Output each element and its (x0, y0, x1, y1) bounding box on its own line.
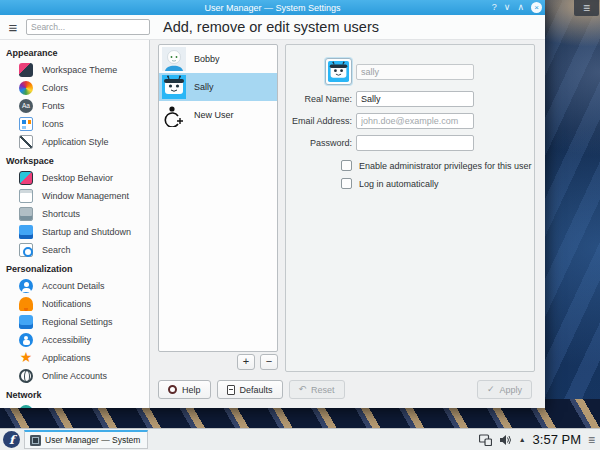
apply-button: ✓Apply (477, 380, 532, 399)
main-panel: Bobby Sally (150, 40, 545, 408)
notifications-icon (19, 297, 33, 311)
maximize-button[interactable]: ∧ (517, 3, 524, 12)
sidebar-item-shortcuts[interactable]: Shortcuts (0, 205, 149, 223)
section-network: Network (0, 385, 149, 403)
online-accounts-icon (19, 369, 33, 383)
taskbar-task-user-manager[interactable]: User Manager — System Se... (24, 430, 148, 449)
startup-shutdown-icon (19, 225, 33, 239)
user-list: Bobby Sally (158, 44, 278, 352)
admin-privileges-row: Enable administrator privileges for this… (341, 160, 534, 171)
topbar: ≡ Add, remove or edit system users (0, 15, 545, 40)
user-row-new-user[interactable]: New User (159, 101, 277, 129)
connections-icon (19, 405, 33, 408)
sidebar-item-icons[interactable]: Icons (0, 115, 149, 133)
sidebar-item-search[interactable]: Search (0, 241, 149, 259)
user-row-sally[interactable]: Sally (159, 73, 277, 101)
real-name-label: Real Name: (286, 94, 356, 104)
desktop: ≡ User Manager — System Settings ? ∨ ∧ ×… (0, 0, 600, 450)
help-window-button[interactable]: ? (492, 3, 497, 12)
real-name-field[interactable] (356, 91, 474, 107)
user-manager-window: User Manager — System Settings ? ∨ ∧ × ≡… (0, 0, 545, 408)
sidebar-item-applications[interactable]: Applications (0, 349, 149, 367)
user-manager-task-icon (30, 435, 41, 446)
defaults-icon (227, 385, 235, 395)
section-workspace: Workspace (0, 151, 149, 169)
sidebar-item-window-management[interactable]: Window Management (0, 187, 149, 205)
hamburger-icon: ≡ (583, 2, 590, 14)
titlebar[interactable]: User Manager — System Settings ? ∨ ∧ × (0, 0, 545, 15)
system-tray: ▲ 3:57 PM ≡ (479, 432, 597, 447)
password-field[interactable] (356, 135, 474, 151)
add-user-button[interactable]: + (237, 354, 255, 370)
volume-icon[interactable] (499, 434, 512, 446)
desktop-behavior-icon (19, 171, 33, 185)
username-field (356, 64, 474, 80)
email-field[interactable] (356, 113, 474, 129)
defaults-button[interactable]: Defaults (217, 380, 283, 399)
password-label: Password: (286, 138, 356, 148)
clock[interactable]: 3:57 PM (533, 432, 581, 447)
window-title: User Manager — System Settings (204, 3, 340, 13)
sidebar-item-regional-settings[interactable]: Regional Settings (0, 313, 149, 331)
colors-icon (19, 81, 33, 95)
workspace-theme-icon (19, 63, 33, 77)
sidebar-item-desktop-behavior[interactable]: Desktop Behavior (0, 169, 149, 187)
help-button[interactable]: Help (158, 380, 211, 399)
auto-login-checkbox[interactable] (341, 178, 352, 189)
bobby-avatar (162, 47, 186, 71)
sidebar-item-startup-and-shutdown[interactable]: Startup and Shutdown (0, 223, 149, 241)
icons-icon (19, 117, 33, 131)
user-details-form: Real Name: Email Address: Password: Enab… (285, 44, 535, 372)
check-icon: ✓ (487, 385, 495, 394)
user-row-bobby[interactable]: Bobby (159, 45, 277, 73)
sidebar-item-notifications[interactable]: Notifications (0, 295, 149, 313)
shortcuts-icon (19, 207, 33, 221)
regional-settings-icon (19, 315, 33, 329)
sidebar-item-connections[interactable]: Connections (0, 403, 149, 408)
search-input[interactable] (26, 19, 150, 35)
fonts-icon (19, 99, 33, 113)
remove-user-button[interactable]: − (260, 354, 278, 370)
sidebar-item-workspace-theme[interactable]: Workspace Theme (0, 61, 149, 79)
sally-avatar (162, 75, 186, 99)
auto-login-row: Log in automatically (341, 178, 534, 189)
search-doc-icon (19, 243, 33, 257)
window-management-icon (19, 189, 33, 203)
application-launcher-icon[interactable]: f (3, 431, 20, 448)
sidebar-item-account-details[interactable]: Account Details (0, 277, 149, 295)
menu-icon[interactable]: ≡ (0, 20, 26, 35)
page-title: Add, remove or edit system users (163, 19, 379, 35)
new-user-icon (162, 103, 186, 127)
reset-icon: ↶ (299, 385, 307, 394)
tray-expander-icon[interactable]: ▲ (519, 436, 526, 443)
sally-avatar (328, 61, 349, 82)
section-appearance: Appearance (0, 43, 149, 61)
applications-icon (19, 351, 33, 365)
sidebar-item-fonts[interactable]: Fonts (0, 97, 149, 115)
sidebar-item-colors[interactable]: Colors (0, 79, 149, 97)
footer-buttons: Help Defaults ↶Reset ✓Apply (158, 380, 532, 399)
desktop-menu-button[interactable]: ≡ (574, 0, 599, 16)
sidebar-item-online-accounts[interactable]: Online Accounts (0, 367, 149, 385)
minimize-button[interactable]: ∨ (504, 3, 511, 12)
email-label: Email Address: (286, 116, 356, 126)
sidebar-item-application-style[interactable]: Application Style (0, 133, 149, 151)
sidebar-item-accessibility[interactable]: Accessibility (0, 331, 149, 349)
auto-login-label: Log in automatically (359, 179, 439, 189)
sidebar: Appearance Workspace Theme Colors Fonts … (0, 40, 150, 408)
taskbar: f User Manager — System Se... ▲ 3:57 PM … (0, 428, 600, 450)
admin-privileges-label: Enable administrator privileges for this… (359, 161, 532, 171)
display-tray-icon[interactable] (479, 434, 492, 446)
admin-privileges-checkbox[interactable] (341, 160, 352, 171)
accessibility-icon (19, 333, 33, 347)
avatar-button[interactable] (325, 58, 352, 85)
reset-button: ↶Reset (289, 380, 345, 399)
panel-settings-icon[interactable]: ≡ (588, 434, 595, 446)
user-list-actions: + − (158, 354, 278, 370)
close-button[interactable]: × (531, 2, 542, 13)
application-style-icon (19, 135, 33, 149)
section-personalization: Personalization (0, 259, 149, 277)
help-icon (168, 385, 177, 394)
account-details-icon (19, 279, 33, 293)
